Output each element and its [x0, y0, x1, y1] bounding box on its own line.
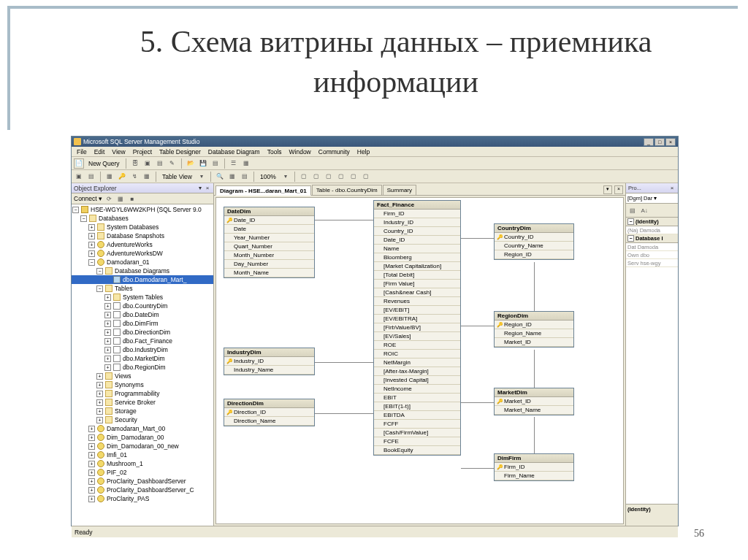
tree-t8[interactable]: +dbo.RegionDim — [72, 363, 213, 372]
table-column[interactable]: Bloomberg — [374, 253, 460, 262]
obj-exp-close-icon[interactable]: × — [204, 185, 211, 192]
prop-cat-db[interactable]: −Database I — [626, 234, 678, 243]
tb-list-icon[interactable]: ☰ — [229, 158, 239, 169]
table-column[interactable]: Date_ID — [374, 236, 460, 245]
tab-summary[interactable]: Summary — [383, 185, 416, 195]
table-column[interactable]: Quart_Number — [224, 242, 314, 251]
table-column[interactable]: ROE — [374, 341, 460, 350]
tree-t3[interactable]: +dbo.DimFirm — [72, 319, 213, 328]
tree-server[interactable]: −HSE-WGYL6WW2KPH (SQL Server 9.0 — [72, 205, 213, 214]
table-view-label[interactable]: Table View — [160, 173, 194, 180]
tree-t1[interactable]: +dbo.CountryDim — [72, 302, 213, 310]
tb2-a1[interactable]: ▢ — [299, 172, 309, 182]
table-column[interactable]: Firm_Name — [495, 472, 573, 480]
table-column[interactable]: 🔑Firm_ID — [495, 463, 573, 472]
tb-props-icon[interactable]: ▦ — [241, 158, 251, 169]
tree-imfi[interactable]: +Imfi_01 — [72, 450, 213, 459]
tb-script-icon[interactable]: ✎ — [167, 158, 178, 169]
tb2-a5[interactable]: ▢ — [348, 172, 359, 182]
prop-row[interactable]: Serv hse-wgy — [626, 259, 678, 267]
tree-pif[interactable]: +PIF_02 — [72, 468, 213, 477]
table-column[interactable]: 🔑Country_ID — [495, 233, 573, 242]
table-header[interactable]: RegionDim — [495, 312, 573, 321]
tree-aw[interactable]: +AdventureWorks — [72, 240, 213, 249]
tree-pds[interactable]: +ProClarity_DashboardServer — [72, 477, 213, 486]
tb-db-icon[interactable]: 🗄 — [130, 158, 140, 169]
table-column[interactable]: Market_Name — [495, 406, 573, 415]
menu-tools[interactable]: Tools — [264, 148, 286, 156]
tree-prog[interactable]: +Programmability — [72, 389, 213, 398]
tb2-layout-icon[interactable]: ▦ — [227, 172, 237, 182]
table-column[interactable]: Date — [224, 225, 314, 234]
prop-row[interactable]: Dat Damoda — [626, 243, 678, 251]
table-column[interactable]: Region_Name — [495, 329, 573, 338]
tb2-table-icon[interactable]: ▦ — [104, 172, 115, 182]
table-column[interactable]: [Cash&near Cash] — [374, 288, 460, 297]
tab-dropdown-icon[interactable]: ▾ — [603, 185, 612, 194]
diagram-table-directiondim[interactable]: DirectionDim🔑Direction_IDDirection_Name — [224, 399, 315, 426]
zoom-value[interactable]: 100% — [258, 173, 278, 180]
tree-systables[interactable]: +System Tables — [72, 293, 213, 302]
table-column[interactable]: Firm_ID — [374, 210, 460, 218]
obj-exp-pin-icon[interactable]: ▾ — [196, 185, 204, 192]
prop-cat-identity[interactable]: −(Identity) — [626, 218, 678, 226]
diagram-table-countrydim[interactable]: CountryDim🔑Country_IDCountry_NameRegion_… — [494, 223, 574, 260]
table-column[interactable]: Market_ID — [495, 338, 573, 347]
table-column[interactable]: Month_Name — [224, 269, 314, 277]
table-column[interactable]: Industry_ID — [374, 218, 460, 227]
tree-sysdb[interactable]: +System Databases — [72, 223, 213, 231]
prop-row[interactable]: (Na) Damoda — [626, 226, 678, 234]
menu-help[interactable]: Help — [354, 148, 373, 156]
tree-dd00n[interactable]: +Dim_Damodaran_00_new — [72, 442, 213, 450]
tree-mush[interactable]: +Mushroom_1 — [72, 459, 213, 468]
table-column[interactable]: [EBIT(1-t)] — [374, 402, 460, 411]
table-column[interactable]: [FirbValue/BV] — [374, 323, 460, 332]
connect-refresh-icon[interactable]: ⟳ — [104, 193, 114, 204]
table-column[interactable]: Revenues — [374, 297, 460, 306]
connect-button[interactable]: Connect ▾ — [74, 195, 102, 202]
tree-security[interactable]: +Security — [72, 415, 213, 424]
diagram-table-industrydim[interactable]: IndustryDim🔑Industry_IDIndustry_Name — [224, 348, 315, 375]
table-column[interactable]: [Market Capitalization] — [374, 262, 460, 271]
diagram-table-marketdim[interactable]: MarketDim🔑Market_IDMarket_Name — [494, 388, 574, 415]
connect-stop-icon[interactable]: ■ — [127, 193, 137, 204]
table-column[interactable]: [EV/Sales] — [374, 332, 460, 341]
tb2-rel-icon[interactable]: ↯ — [129, 172, 140, 182]
tree-pdc[interactable]: +ProClarity_DashboardServer_C — [72, 486, 213, 494]
maximize-button[interactable]: □ — [654, 138, 665, 146]
tree-ppas[interactable]: +ProClarity_PAS — [72, 494, 213, 503]
tb2-icon1[interactable]: ▣ — [74, 172, 84, 182]
props-close-icon[interactable]: × — [668, 185, 676, 192]
tree-t7[interactable]: +dbo.MarketDim — [72, 354, 213, 363]
menu-table-designer[interactable]: Table Designer — [156, 148, 205, 156]
diagram-table-datedim[interactable]: DateDim🔑Date_IDDateYear_NumberQuart_Numb… — [224, 207, 315, 278]
table-header[interactable]: DateDim — [224, 207, 314, 216]
diagram-table-regiondim[interactable]: RegionDim🔑Region_IDRegion_NameMarket_ID — [494, 311, 574, 348]
table-column[interactable]: Country_ID — [374, 227, 460, 236]
table-column[interactable]: [Cash/FirmValue] — [374, 429, 460, 437]
table-column[interactable]: [After-tax-Margin] — [374, 367, 460, 376]
tb2-icon2[interactable]: ▤ — [86, 172, 96, 182]
minimize-button[interactable]: _ — [644, 138, 654, 146]
table-header[interactable]: CountryDim — [495, 224, 573, 233]
table-column[interactable]: NetIncome — [374, 385, 460, 394]
menu-database-diagram[interactable]: Database Diagram — [205, 148, 264, 156]
tree-dm00[interactable]: +Damodaran_Mart_00 — [72, 424, 213, 433]
connect-filter-icon[interactable]: ▦ — [115, 193, 126, 204]
prop-row[interactable]: Own dbo — [626, 251, 678, 259]
table-column[interactable]: 🔑Date_ID — [224, 216, 314, 225]
tab-close-icon[interactable]: × — [614, 185, 623, 194]
table-column[interactable]: Direction_Name — [224, 417, 314, 426]
tb2-zoom-icon[interactable]: 🔍 — [215, 172, 225, 182]
table-column[interactable]: NetMargin — [374, 358, 460, 367]
tb-save-icon[interactable]: 💾 — [198, 158, 208, 169]
table-column[interactable]: Country_Name — [495, 242, 573, 250]
tb2-a2[interactable]: ▢ — [311, 172, 321, 182]
menu-file[interactable]: File — [73, 148, 91, 156]
table-header[interactable]: Fact_Finance — [374, 201, 460, 210]
table-column[interactable]: Day_Number — [224, 260, 314, 269]
menu-community[interactable]: Community — [315, 148, 354, 156]
props-cat-icon[interactable]: ▤ — [627, 205, 638, 215]
tree-views[interactable]: +Views — [72, 372, 213, 380]
table-column[interactable]: Month_Number — [224, 251, 314, 260]
